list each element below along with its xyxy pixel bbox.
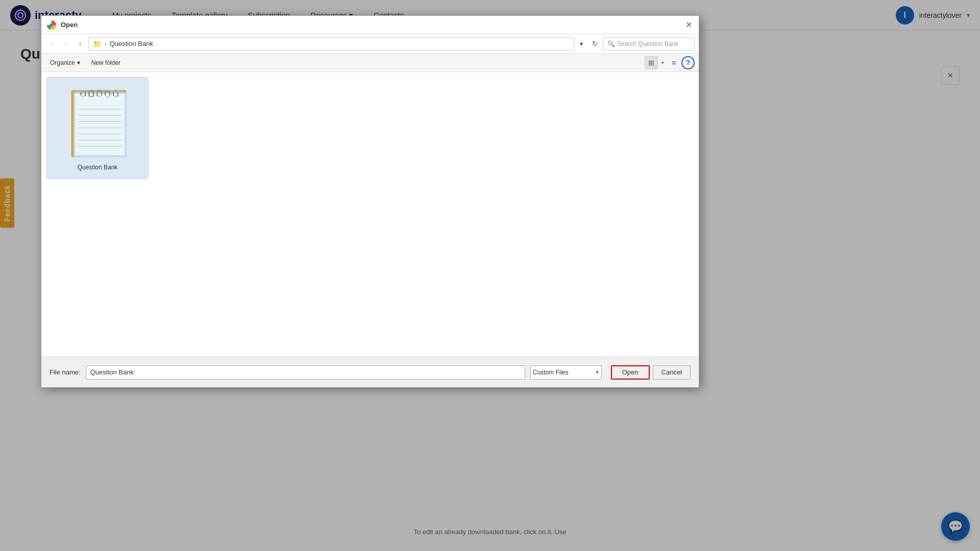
filetype-select[interactable]: Custom Files All Files (530, 365, 602, 380)
dialog-content[interactable]: Question Bank (41, 72, 699, 357)
details-view-button[interactable]: ≡ (667, 56, 680, 69)
view-buttons: ⊞ ▾ ≡ ? (645, 56, 695, 69)
folder-icon: 📁 (93, 40, 102, 48)
organize-button[interactable]: Organize ▾ (45, 57, 85, 68)
chrome-icon (46, 20, 57, 30)
dialog-addressbar: ← → ↑ 📁 › Question Bank ▼ ↻ 🔍 Search Que… (41, 34, 699, 54)
search-placeholder-text: Search Question Bank (617, 40, 678, 47)
path-separator: › (105, 41, 107, 47)
action-buttons: Open Cancel (611, 365, 691, 380)
dialog-title-text: Open (61, 21, 679, 29)
address-path[interactable]: 📁 › Question Bank (88, 37, 574, 51)
large-icons-view-button[interactable]: ⊞ (645, 56, 658, 69)
path-folder-name: Question Bank (110, 40, 153, 47)
notebook-icon (59, 85, 136, 162)
new-folder-button[interactable]: New folder (87, 57, 125, 68)
dialog-toolbar: Organize ▾ New folder ⊞ ▾ ≡ ? (41, 54, 699, 72)
svg-point-5 (50, 23, 54, 27)
help-button[interactable]: ? (681, 56, 695, 69)
up-button[interactable]: ↑ (74, 38, 86, 50)
dialog-titlebar: Open ✕ (41, 16, 699, 34)
open-button[interactable]: Open (611, 365, 650, 380)
address-dropdown[interactable]: ▼ (576, 41, 586, 47)
search-icon: 🔍 (607, 40, 615, 47)
new-folder-label: New folder (91, 59, 120, 66)
back-button[interactable]: ← (45, 38, 58, 50)
view-dropdown-button[interactable]: ▾ (659, 56, 666, 69)
dialog-close-button[interactable]: ✕ (683, 20, 694, 30)
dialog-bottom: File name: Custom Files All Files Open C… (41, 357, 699, 387)
filename-label: File name: (50, 368, 81, 376)
forward-button[interactable]: → (60, 38, 72, 50)
file-item-label: Question Bank (78, 164, 118, 171)
filename-input[interactable] (86, 365, 525, 380)
refresh-button[interactable]: ↻ (589, 38, 601, 50)
search-box[interactable]: 🔍 Search Question Bank (603, 37, 695, 51)
filetype-wrapper: Custom Files All Files (530, 365, 602, 380)
cancel-button[interactable]: Cancel (653, 365, 691, 380)
organize-label: Organize (50, 59, 75, 66)
file-open-dialog: Open ✕ ← → ↑ 📁 › Question Bank ▼ ↻ 🔍 Sea… (41, 15, 699, 388)
organize-dropdown-icon: ▾ (77, 59, 80, 66)
file-item-question-bank[interactable]: Question Bank (46, 77, 149, 179)
